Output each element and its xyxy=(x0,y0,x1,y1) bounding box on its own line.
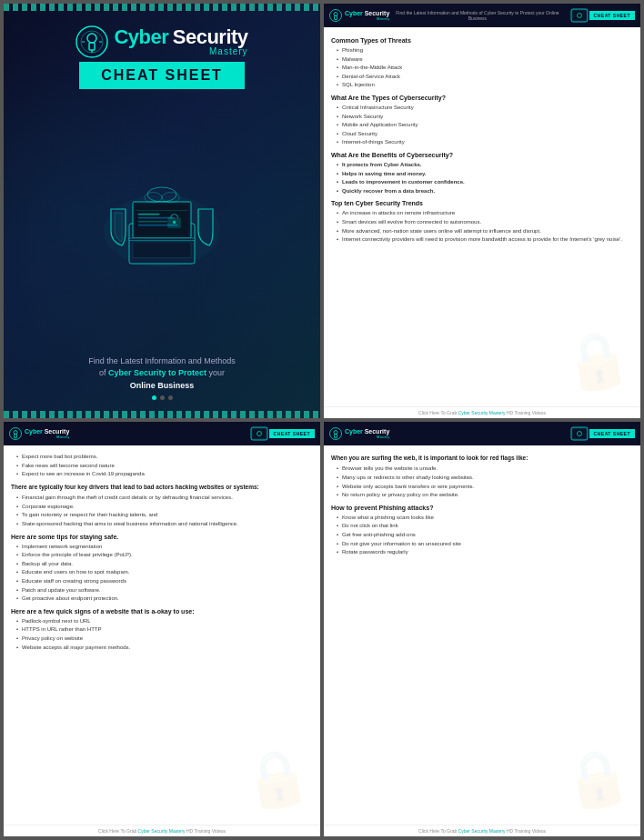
page4-section2-list: Know what a phishing scam looks like Do … xyxy=(331,514,633,557)
page3-section4-title: Here are a few quick signs of a website … xyxy=(11,608,313,615)
page2-logo-text: Cyber Security Mastery xyxy=(345,10,389,21)
list-item: Do not click on that link xyxy=(337,522,633,531)
logo-icon xyxy=(75,25,108,58)
list-item: Expect to see an increase in Covid-19 pr… xyxy=(16,470,313,479)
svg-point-38 xyxy=(334,431,337,435)
list-item: More advanced, non-nation state users on… xyxy=(337,227,633,236)
list-item: Financial gain through the theft of cred… xyxy=(16,494,313,503)
page4-section1-title: When you are surfing the web, it is impo… xyxy=(331,455,633,462)
page-4: Cyber Security Mastery CHEAT SHEET 🔒 Whe… xyxy=(324,422,640,836)
cover-logo: Cyber Security Mastery xyxy=(75,25,247,58)
list-item: Patch and update your software. xyxy=(16,586,313,595)
page3-section2-list: Financial gain through the theft of cred… xyxy=(11,494,313,528)
list-item: Denial-of-Service Attack xyxy=(337,73,633,82)
svg-rect-39 xyxy=(335,435,337,438)
page2-section2-title: What Are the Types of Cybersecurity? xyxy=(331,95,633,101)
page-3: Cyber Security Mastery CHEAT SHEET 🔒 Exp… xyxy=(4,422,320,836)
list-item: Implement network segmentation xyxy=(16,543,313,552)
page3-logo-text: Cyber Security Mastery xyxy=(25,428,69,439)
page3-section3-list: Implement network segmentation Enforce t… xyxy=(11,543,313,604)
page2-footer-link[interactable]: Cyber xyxy=(458,410,470,415)
list-item: HTTPS in URL rather than HTTP xyxy=(16,625,313,635)
svg-point-2 xyxy=(87,34,96,43)
list-item: Rotate passwords regularly xyxy=(337,548,633,557)
page4-section1-list: Browser tells you the website is unsafe.… xyxy=(331,465,633,499)
page4-watermark: 🔒 xyxy=(558,746,635,812)
bottom-line1: Find the Latest Information and Methods xyxy=(88,355,236,368)
page3-body: 🔒 Expect more bad bot problems. Fake new… xyxy=(4,445,320,825)
list-item: Enforce the principle of least privilege… xyxy=(16,551,313,560)
list-item: An increase in attacks on remote infrast… xyxy=(337,209,633,218)
page3-header-shield xyxy=(249,425,269,442)
list-item: Smart devices will evolve from connected… xyxy=(337,218,633,227)
svg-rect-33 xyxy=(15,435,17,438)
svg-rect-35 xyxy=(253,429,266,438)
svg-point-32 xyxy=(14,431,17,435)
list-item: Do not give your information to an unsec… xyxy=(337,540,633,549)
page2-header-shield xyxy=(569,7,589,24)
page2-watermark: 🔒 xyxy=(558,328,635,394)
list-item: Man-in-the-Middle Attack xyxy=(337,64,633,73)
logo-cyber: Cyber xyxy=(114,25,168,48)
list-item: No return policy or privacy policy on th… xyxy=(337,491,633,500)
page2-section3-list: It protects from Cyber Attacks. Helps in… xyxy=(331,161,633,195)
page4-logo-icon xyxy=(329,427,342,440)
list-item: Leads to improvement in customer confide… xyxy=(337,178,633,187)
page-2: Cyber Security Mastery Find the Latest I… xyxy=(324,4,640,418)
logo-text: Cyber Security Mastery xyxy=(114,27,247,56)
list-item: Privacy policy on website xyxy=(16,635,313,644)
list-item: State-sponsored hacking that aims to ste… xyxy=(16,520,313,529)
svg-rect-12 xyxy=(138,214,160,215)
svg-rect-14 xyxy=(138,221,167,223)
page2-logo-icon xyxy=(329,9,342,22)
list-item: Helps in saving time and money. xyxy=(337,170,633,179)
dot-1 xyxy=(152,395,156,400)
list-item: Fake news will become second nature xyxy=(16,462,313,471)
page3-logo: Cyber Security Mastery xyxy=(9,427,69,440)
page2-logo: Cyber Security Mastery xyxy=(329,9,389,22)
svg-rect-3 xyxy=(89,43,95,50)
page2-section2-list: Critical Infrastructure Security Network… xyxy=(331,104,633,147)
dot-3 xyxy=(168,395,173,400)
svg-point-26 xyxy=(334,13,337,16)
page3-section1-list: Expect more bad bot problems. Fake news … xyxy=(11,453,313,479)
svg-rect-18 xyxy=(129,238,195,240)
page2-section3-title: What Are the Benefits of Cybersecurity? xyxy=(331,152,633,158)
list-item: Expect more bad bot problems. xyxy=(16,453,313,462)
page2-footer: Click Here To Grab Cyber Security Master… xyxy=(324,406,640,418)
svg-rect-27 xyxy=(335,16,337,20)
list-item: Backup all your data. xyxy=(16,560,313,569)
page2-body: 🔒 Common Types of Threats Phishing Malwa… xyxy=(324,27,640,406)
page3-footer: Click Here To Grab Cyber Security Master… xyxy=(4,825,320,836)
list-item: Educate end users on how to spot malspam… xyxy=(16,568,313,577)
cheat-sheet-badge: CHEAT SHEET xyxy=(79,62,245,89)
page4-section2-title: How to prevent Phishing attacks? xyxy=(331,505,633,511)
page3-header: Cyber Security Mastery CHEAT SHEET xyxy=(4,422,320,445)
logo-security: Security xyxy=(173,25,248,48)
page4-logo: Cyber Security Mastery xyxy=(329,427,389,440)
list-item: Many ups or redirects to other shady loo… xyxy=(337,474,633,483)
page3-watermark: 🔒 xyxy=(238,746,315,812)
list-item: Critical Infrastructure Security xyxy=(337,104,633,113)
svg-rect-29 xyxy=(573,11,586,20)
list-item: Get proactive about endpoint protection. xyxy=(16,595,313,604)
page3-section3-title: Here are some tips for staying safe. xyxy=(11,534,313,540)
list-item: Browser tells you the website is unsafe. xyxy=(337,465,633,474)
page4-header-shield xyxy=(569,425,589,442)
page4-logo-text: Cyber Security Mastery xyxy=(345,428,389,439)
zigzag-bottom-decoration xyxy=(4,411,320,418)
page2-badge: CHEAT SHEET xyxy=(589,11,635,20)
list-item: Quickly recover from a data breach. xyxy=(337,187,633,196)
list-item: Internet connectivity providers will nee… xyxy=(337,235,633,245)
dot-2 xyxy=(160,395,165,400)
list-item: Internet-of-things Security xyxy=(337,138,633,147)
svg-rect-41 xyxy=(573,429,586,438)
zigzag-top-decoration xyxy=(4,4,320,11)
list-item: Cloud Security xyxy=(337,130,633,139)
page4-body: 🔒 When you are surfing the web, it is im… xyxy=(324,445,640,825)
cover-illustration-area xyxy=(15,93,309,355)
cover-bottom-text: Find the Latest Information and Methods … xyxy=(88,355,236,393)
list-item: Padlock-symbol next to URL xyxy=(16,617,313,626)
svg-rect-19 xyxy=(133,242,191,258)
list-item: Corporate espionage. xyxy=(16,503,313,512)
